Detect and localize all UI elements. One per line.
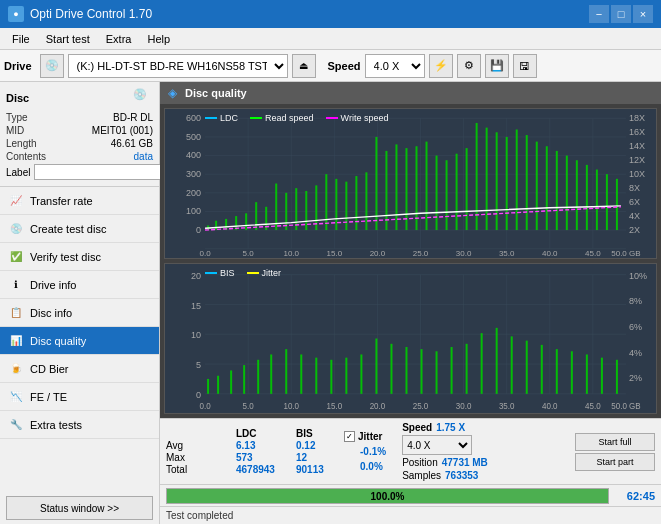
svg-rect-69 — [446, 160, 448, 230]
nav-extra-tests[interactable]: 🔧 Extra tests — [0, 411, 159, 439]
svg-text:25.0: 25.0 — [413, 249, 429, 258]
samples-label: Samples — [402, 470, 441, 481]
drive-icon-btn[interactable]: 💿 — [40, 54, 64, 78]
nav-cd-bier[interactable]: 🍺 CD Bier — [0, 355, 159, 383]
svg-rect-125 — [230, 370, 232, 393]
ldc-legend-label: LDC — [220, 113, 238, 123]
title-bar-controls: − □ × — [589, 5, 653, 23]
menu-help[interactable]: Help — [139, 31, 178, 47]
svg-rect-53 — [285, 193, 287, 230]
svg-rect-75 — [506, 137, 508, 230]
svg-rect-50 — [255, 202, 257, 230]
disc-length-row: Length 46.61 GB — [6, 138, 153, 149]
status-window-button[interactable]: Status window >> — [6, 496, 153, 520]
nav-fe-te[interactable]: 📉 FE / TE — [0, 383, 159, 411]
svg-text:10%: 10% — [629, 271, 647, 281]
nav-disc-quality[interactable]: 📊 Disc quality — [0, 327, 159, 355]
close-button[interactable]: × — [633, 5, 653, 23]
svg-text:15: 15 — [191, 300, 201, 310]
svg-rect-68 — [436, 156, 438, 231]
svg-text:20.0: 20.0 — [370, 249, 386, 258]
speed-icon-btn[interactable]: ⚡ — [429, 54, 453, 78]
samples-row: Samples 763353 — [402, 470, 488, 481]
write-speed-legend-item: Write speed — [326, 113, 389, 123]
svg-rect-123 — [207, 379, 209, 394]
disc-mid-value: MEIT01 (001) — [92, 125, 153, 136]
save-btn[interactable]: 🖫 — [513, 54, 537, 78]
content-area: ◈ Disc quality LDC Read speed — [160, 82, 661, 524]
speed-label: Speed — [328, 60, 361, 72]
minimize-button[interactable]: − — [589, 5, 609, 23]
speed-dropdown[interactable]: 4.0 X — [402, 435, 472, 455]
jitter-col-label: Jitter — [358, 431, 382, 442]
disc-mid-row: MID MEIT01 (001) — [6, 125, 153, 136]
disc-length-label: Length — [6, 138, 37, 149]
svg-text:10: 10 — [191, 330, 201, 340]
svg-text:10.0: 10.0 — [283, 249, 299, 258]
maximize-button[interactable]: □ — [611, 5, 631, 23]
svg-text:5.0: 5.0 — [243, 402, 255, 411]
svg-rect-134 — [360, 354, 362, 393]
read-speed-legend-label: Read speed — [265, 113, 314, 123]
jitter-header-row: ✓ Jitter — [344, 431, 382, 442]
svg-rect-84 — [596, 170, 598, 231]
menu-file[interactable]: File — [4, 31, 38, 47]
svg-text:600: 600 — [186, 113, 201, 123]
disc-panel-header: Disc 💿 — [6, 88, 153, 108]
svg-text:400: 400 — [186, 151, 201, 161]
create-test-disc-icon: 💿 — [8, 221, 24, 237]
nav-drive-info[interactable]: ℹ Drive info — [0, 271, 159, 299]
svg-rect-130 — [300, 354, 302, 393]
fe-te-icon: 📉 — [8, 389, 24, 405]
status-text: Test completed — [166, 510, 233, 521]
disc-label-label: Label — [6, 167, 30, 178]
progress-text: 100.0% — [167, 489, 608, 504]
nav-disc-info[interactable]: 📋 Disc info — [0, 299, 159, 327]
samples-value: 763353 — [445, 470, 478, 481]
extra-tests-icon: 🔧 — [8, 417, 24, 433]
svg-text:5: 5 — [196, 360, 201, 370]
start-full-button[interactable]: Start full — [575, 433, 655, 451]
nav-create-test-disc[interactable]: 💿 Create test disc — [0, 215, 159, 243]
transfer-rate-icon: 📈 — [8, 193, 24, 209]
chart1-wrapper: LDC Read speed Write speed — [164, 108, 657, 259]
svg-text:40.0: 40.0 — [542, 402, 558, 411]
nav-verify-test-disc[interactable]: ✅ Verify test disc — [0, 243, 159, 271]
drive-label: Drive — [4, 60, 32, 72]
eject-button[interactable]: ⏏ — [292, 54, 316, 78]
settings-btn[interactable]: ⚙ — [457, 54, 481, 78]
disc-label-input[interactable] — [34, 164, 167, 180]
chart2-wrapper: BIS Jitter — [164, 263, 657, 414]
chart2-svg: 20 15 10 5 0 10% 8% 6% 4% 2% — [165, 264, 656, 413]
disc-btn[interactable]: 💾 — [485, 54, 509, 78]
drive-select[interactable]: (K:) HL-DT-ST BD-RE WH16NS58 TST4 — [68, 54, 288, 78]
nav-cd-bier-label: CD Bier — [30, 363, 69, 375]
stats-controls-bar: LDC BIS Avg 6.13 0.12 Max 573 12 Total — [160, 418, 661, 524]
disc-section-title: Disc — [6, 92, 29, 104]
jitter-checkbox[interactable]: ✓ — [344, 431, 355, 442]
svg-rect-150 — [601, 358, 603, 394]
svg-rect-78 — [536, 142, 538, 230]
svg-text:35.0: 35.0 — [499, 402, 515, 411]
svg-text:8X: 8X — [629, 183, 640, 193]
chart1-legend: LDC Read speed Write speed — [205, 113, 388, 123]
disc-type-value: BD-R DL — [113, 112, 153, 123]
progress-bar: 100.0% — [166, 488, 609, 504]
svg-rect-135 — [375, 339, 377, 394]
nav-transfer-rate[interactable]: 📈 Transfer rate — [0, 187, 159, 215]
cd-bier-icon: 🍺 — [8, 361, 24, 377]
svg-text:18X: 18X — [629, 113, 645, 123]
menu-start-test[interactable]: Start test — [38, 31, 98, 47]
svg-text:15.0: 15.0 — [327, 402, 343, 411]
start-part-button[interactable]: Start part — [575, 453, 655, 471]
menu-extra[interactable]: Extra — [98, 31, 140, 47]
nav-items: 📈 Transfer rate 💿 Create test disc ✅ Ver… — [0, 187, 159, 439]
read-speed-legend-item: Read speed — [250, 113, 314, 123]
nav-verify-test-disc-label: Verify test disc — [30, 251, 101, 263]
svg-rect-147 — [556, 349, 558, 394]
speed-select[interactable]: 4.0 X — [365, 54, 425, 78]
position-label: Position — [402, 457, 438, 468]
svg-rect-64 — [395, 144, 397, 230]
svg-text:300: 300 — [186, 169, 201, 179]
svg-text:200: 200 — [186, 188, 201, 198]
